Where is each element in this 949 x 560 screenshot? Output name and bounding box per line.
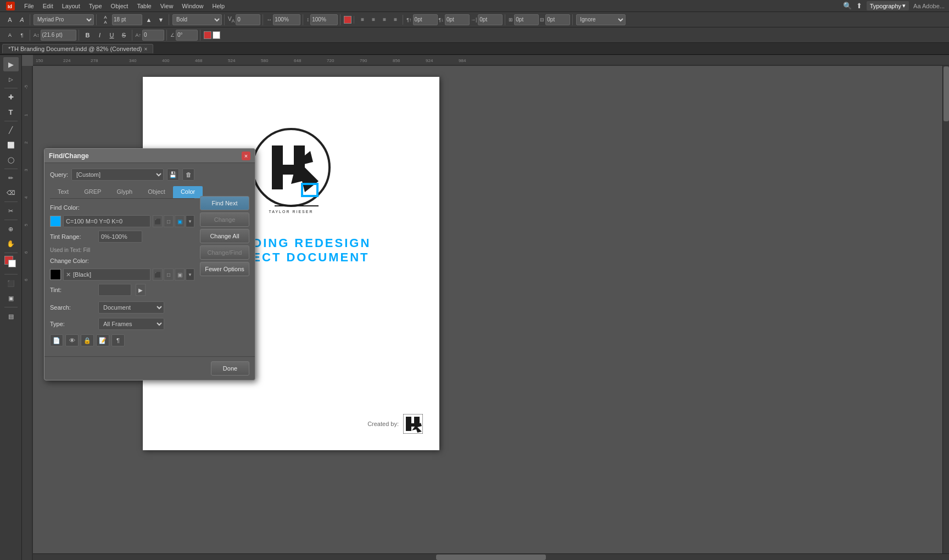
document-tab[interactable]: *TH Branding Document.indd @ 82% (Conver…	[2, 44, 153, 53]
menu-window[interactable]: Window	[177, 2, 208, 10]
canvas-area[interactable]: 150 224 278 340 400 468 524 580 648 720 …	[22, 55, 949, 560]
bold-btn[interactable]: B	[82, 30, 93, 41]
ellipse-tool[interactable]: ◯	[3, 153, 19, 167]
hand-tool[interactable]: ✋	[3, 237, 19, 251]
menu-object[interactable]: Object	[107, 2, 133, 10]
tab-object[interactable]: Object	[140, 186, 173, 198]
leading-input[interactable]	[41, 30, 76, 41]
para-mode-btn[interactable]: ¶	[16, 30, 27, 41]
eraser-tool[interactable]: ⌫	[3, 186, 19, 200]
search-icon[interactable]: 🔍	[843, 2, 852, 10]
menu-type[interactable]: Type	[85, 2, 107, 10]
find-color-swatch[interactable]	[50, 216, 61, 227]
screen-mode-btn[interactable]: ▤	[3, 309, 19, 323]
baseline-input[interactable]	[142, 30, 164, 41]
type-select[interactable]: All Frames Text Frames Graphic Frames	[98, 318, 164, 330]
row2-color-box[interactable]	[204, 31, 211, 39]
fewer-options-button[interactable]: Fewer Options	[200, 262, 249, 276]
tab-grep[interactable]: GREP	[76, 186, 109, 198]
query-save-btn[interactable]: 💾	[167, 169, 179, 181]
find-color-name-input[interactable]	[63, 215, 150, 227]
find-color-picker-icon[interactable]: ⬛	[153, 215, 163, 227]
strikethrough-btn[interactable]: S	[119, 30, 130, 41]
row2-stroke-box[interactable]	[213, 31, 220, 39]
search-select[interactable]: Document Story Selection	[98, 301, 164, 313]
space-after-input[interactable]	[445, 14, 470, 25]
done-button[interactable]: Done	[211, 361, 249, 376]
underline-btn[interactable]: U	[107, 30, 118, 41]
view-mode-btn[interactable]: ▣	[3, 291, 19, 305]
rectangle-tool[interactable]: ⬜	[3, 138, 19, 152]
tint-input[interactable]	[98, 284, 131, 296]
change-color-x-icon[interactable]: ✕	[66, 271, 71, 278]
align-right-btn[interactable]: ≡	[379, 15, 389, 25]
select-tool-btn[interactable]: A	[4, 14, 15, 25]
find-next-button[interactable]: Find Next	[200, 196, 249, 210]
hscale-input[interactable]	[273, 14, 300, 25]
menu-file[interactable]: File	[20, 2, 38, 10]
frame-type-btn[interactable]: ⬛	[3, 276, 19, 290]
change-color-dropdown-btn[interactable]: ▼	[186, 268, 194, 281]
pencil-tool[interactable]: ✏	[3, 171, 19, 185]
type-tool[interactable]: T	[3, 105, 19, 119]
tab-text[interactable]: Text	[50, 186, 76, 198]
scissors-tool[interactable]: ✂	[3, 204, 19, 218]
menu-help[interactable]: Help	[208, 2, 229, 10]
char-mode-btn[interactable]: A	[4, 30, 15, 41]
query-select[interactable]: [Custom]	[71, 169, 164, 181]
vscale-input[interactable]	[310, 14, 338, 25]
align-center-btn[interactable]: ≡	[369, 15, 378, 25]
stroke-color-tool[interactable]	[8, 260, 16, 267]
tint-range-input[interactable]	[98, 231, 142, 243]
indent-input[interactable]	[478, 14, 503, 25]
change-color-picker-icon[interactable]: ⬛	[153, 268, 163, 281]
tab-glyph[interactable]: Glyph	[109, 186, 140, 198]
find-color-swatch2-icon[interactable]: ▣	[175, 215, 185, 227]
space-before-input[interactable]	[413, 14, 438, 25]
adobe-icon[interactable]: Aa Adobe...	[913, 3, 945, 9]
icon-btn-3[interactable]: 🔒	[81, 334, 94, 346]
tracking-input[interactable]	[236, 14, 260, 25]
overset-select[interactable]: Ignore	[576, 14, 626, 25]
share-icon[interactable]: ⬆	[856, 2, 862, 10]
find-color-none-icon[interactable]: □	[164, 215, 174, 227]
zoom-tool[interactable]: ⊕	[3, 222, 19, 236]
doc-tab-close[interactable]: ×	[144, 46, 148, 52]
tint-arrow-btn[interactable]: ▶	[136, 284, 146, 296]
italic-btn[interactable]: I	[94, 30, 105, 41]
change-color-none-icon[interactable]: □	[164, 268, 174, 281]
find-color-dropdown-btn[interactable]: ▼	[186, 215, 194, 227]
horizontal-scrollbar[interactable]	[33, 553, 949, 560]
menu-layout[interactable]: Layout	[58, 2, 85, 10]
fill-color-box[interactable]	[344, 16, 351, 24]
pen-tool[interactable]: ✚	[3, 90, 19, 104]
font-size-up[interactable]: ▲	[143, 14, 154, 25]
workspace-button[interactable]: Typography ▾	[867, 1, 909, 10]
select-tool[interactable]: ▶	[3, 57, 19, 71]
vertical-scrollbar[interactable]	[942, 66, 949, 553]
font-size-input[interactable]	[112, 14, 142, 25]
icon-btn-5[interactable]: ¶	[111, 334, 125, 346]
menu-edit[interactable]: Edit	[38, 2, 58, 10]
align-left-btn[interactable]: ≡	[358, 15, 367, 25]
change-all-button[interactable]: Change All	[200, 229, 249, 243]
col2-input[interactable]	[545, 14, 570, 25]
font-size-down[interactable]: ▼	[155, 14, 166, 25]
columns-input[interactable]	[514, 14, 539, 25]
icon-btn-4[interactable]: 📝	[96, 334, 109, 346]
dialog-close-button[interactable]: ×	[242, 152, 250, 160]
menu-view[interactable]: View	[156, 2, 178, 10]
align-justify-btn[interactable]: ≡	[390, 15, 400, 25]
icon-btn-2[interactable]: 👁	[65, 334, 79, 346]
change-color-swatch2-icon[interactable]: ▣	[175, 268, 185, 281]
icon-btn-1[interactable]: 📄	[50, 334, 63, 346]
change-color-swatch[interactable]	[50, 269, 61, 280]
font-family-select[interactable]: Myriad Pro	[34, 14, 94, 25]
skew-input[interactable]	[176, 30, 198, 41]
menu-table[interactable]: Table	[132, 2, 155, 10]
tab-color[interactable]: Color	[173, 186, 203, 198]
change-find-button[interactable]: Change/Find	[200, 245, 249, 260]
change-button[interactable]: Change	[200, 212, 249, 227]
font-style-select[interactable]: Bold	[172, 14, 222, 25]
line-tool[interactable]: ╱	[3, 123, 19, 137]
